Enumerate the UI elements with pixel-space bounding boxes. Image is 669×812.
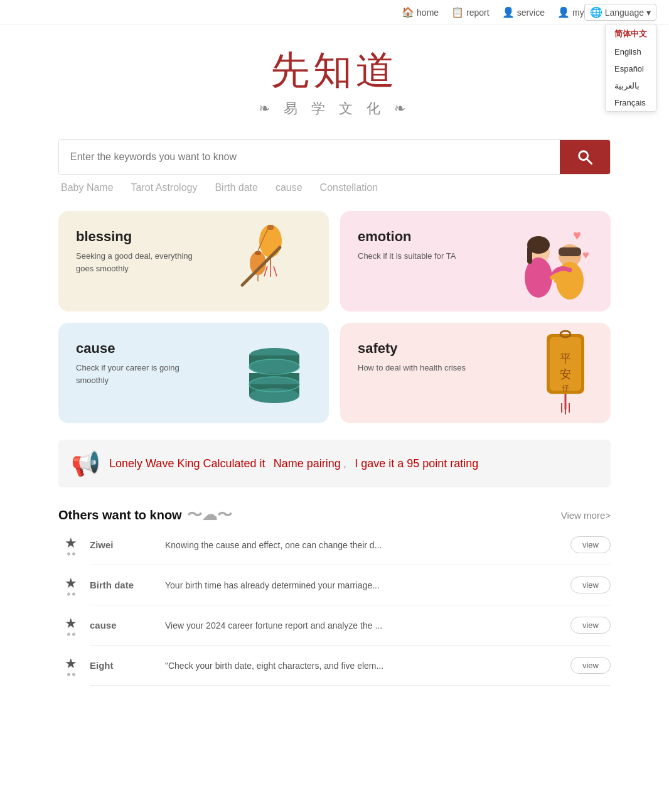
- list-item-cause: ★ cause View your 2024 career fortune re…: [90, 605, 611, 646]
- promo-highlight2: Name pairing: [274, 457, 341, 470]
- view-button-eight[interactable]: view: [570, 657, 611, 674]
- promo-highlight3: I gave it a 95 point rating: [355, 457, 478, 470]
- list-tag-cause: cause: [90, 620, 165, 631]
- nav-bar: 🏠 home 📋 report 👤 service 👤 my 🌐 Languag…: [0, 0, 669, 25]
- keyword-cause[interactable]: cause: [276, 182, 302, 193]
- nav-my[interactable]: 👤 my: [557, 6, 584, 18]
- svg-text:平: 平: [560, 352, 571, 365]
- star-dots-1: [67, 552, 75, 555]
- card-cause[interactable]: cause Check if your career is going smoo…: [58, 323, 329, 423]
- service-icon: 👤: [502, 6, 515, 18]
- star-dots-3: [67, 632, 75, 636]
- svg-line-1: [587, 159, 592, 164]
- promo-banner[interactable]: 📢 Lonely Wave King Calculated it Name pa…: [58, 440, 611, 487]
- keyword-constellation[interactable]: Constellation: [320, 182, 378, 193]
- keyword-list: Baby Name Tarot Astrology Birth date cau…: [58, 182, 611, 193]
- page-header: 先知道 ❧ 易 学 文 化 ❧: [0, 25, 669, 124]
- svg-rect-18: [527, 246, 532, 264]
- star-icon-4: ★: [65, 655, 77, 671]
- card-safety[interactable]: safety How to deal with health crises 平 …: [340, 323, 611, 423]
- nav-service[interactable]: 👤 service: [502, 6, 545, 18]
- lang-option-es[interactable]: Español: [606, 60, 656, 77]
- site-title: 先知道: [0, 44, 669, 97]
- home-icon: 🏠: [402, 6, 414, 18]
- search-bar: [58, 139, 611, 175]
- star-decoration-2: ★: [65, 575, 77, 595]
- list-tag-birthdate: Birth date: [90, 580, 165, 590]
- card-emotion[interactable]: emotion Check if it is suitable for TA ♥…: [340, 211, 611, 311]
- lang-option-en[interactable]: English: [606, 43, 656, 60]
- my-icon: 👤: [557, 6, 570, 18]
- search-button[interactable]: [560, 140, 610, 174]
- promo-text: Lonely Wave King Calculated it Name pair…: [109, 457, 478, 470]
- list-tag-eight: Eight: [90, 660, 165, 671]
- view-button-birthdate[interactable]: view: [570, 577, 611, 593]
- view-button-ziwei[interactable]: view: [570, 536, 611, 553]
- language-label: Language: [605, 8, 644, 18]
- report-icon: 📋: [451, 6, 464, 18]
- svg-text:♥: ♥: [573, 227, 581, 243]
- svg-rect-6: [255, 251, 261, 255]
- star-decoration-3: ★: [65, 615, 77, 636]
- keyword-birth-date[interactable]: Birth date: [215, 182, 257, 193]
- section-header: Others want to know 〜☁〜 View more>: [58, 505, 611, 525]
- keyword-baby-name[interactable]: Baby Name: [61, 182, 114, 193]
- safety-illustration: 平 安 仔: [534, 328, 597, 418]
- star-decoration-4: ★: [65, 655, 77, 676]
- lang-option-ar[interactable]: بالعربية: [606, 77, 656, 94]
- promo-separator: ,: [343, 458, 346, 469]
- list-tag-ziwei: Ziwei: [90, 539, 165, 550]
- list-desc-cause: View your 2024 career fortune report and…: [165, 620, 570, 631]
- promo-icon: 📢: [71, 450, 100, 477]
- svg-line-10: [274, 266, 277, 276]
- lang-option-zh[interactable]: 简体中文: [606, 24, 656, 43]
- language-button[interactable]: 🌐 Language ▾: [584, 4, 656, 21]
- view-more-link[interactable]: View more>: [561, 510, 611, 521]
- star-dots-4: [67, 673, 75, 676]
- star-dots-2: [67, 592, 75, 595]
- keyword-tarot[interactable]: Tarot Astrology: [131, 182, 198, 193]
- card-safety-desc: How to deal with health crises: [358, 362, 483, 374]
- promo-highlight1: Lonely Wave King Calculated it: [109, 457, 265, 470]
- nav-home[interactable]: 🏠 home: [402, 6, 439, 18]
- site-subtitle: ❧ 易 学 文 化 ❧: [0, 99, 669, 118]
- card-blessing-desc: Seeking a good deal, everything goes smo…: [76, 250, 201, 274]
- svg-rect-21: [559, 247, 581, 256]
- list-desc-eight: "Check your birth date, eight characters…: [165, 661, 570, 671]
- cause-illustration: [233, 337, 315, 414]
- language-dropdown: 简体中文 English Español بالعربية Français: [605, 24, 656, 112]
- card-blessing[interactable]: blessing Seeking a good deal, everything…: [58, 211, 329, 311]
- list-item-ziwei: ★ Ziwei Knowing the cause and effect, on…: [90, 525, 611, 565]
- svg-text:仔: 仔: [562, 384, 569, 392]
- search-input[interactable]: [59, 140, 560, 174]
- card-emotion-desc: Check if it is suitable for TA: [358, 250, 483, 263]
- blessing-illustration: [230, 216, 311, 306]
- list-item-eight: ★ Eight "Check your birth date, eight ch…: [90, 646, 611, 686]
- section-title: Others want to know 〜☁〜: [58, 505, 232, 525]
- globe-icon: 🌐: [590, 6, 602, 18]
- svg-point-28: [249, 388, 299, 403]
- chevron-down-icon: ▾: [646, 8, 651, 18]
- list-item-birthdate: ★ Birth date Your birth time has already…: [90, 565, 611, 605]
- star-icon-1: ★: [65, 534, 77, 551]
- nav-report[interactable]: 📋 report: [451, 6, 490, 18]
- star-decoration-1: ★: [65, 534, 77, 555]
- view-button-cause[interactable]: view: [570, 617, 611, 634]
- emotion-illustration: ♥ ♥ ♥: [504, 221, 604, 311]
- nav-report-label: report: [466, 8, 490, 18]
- nav-service-label: service: [517, 8, 545, 18]
- category-cards: blessing Seeking a good deal, everything…: [58, 211, 611, 423]
- svg-text:安: 安: [560, 368, 571, 381]
- star-icon-2: ★: [65, 575, 77, 591]
- star-icon-3: ★: [65, 615, 77, 631]
- svg-text:♥: ♥: [582, 249, 589, 261]
- nav-my-label: my: [572, 8, 584, 18]
- nav-home-label: home: [417, 8, 439, 18]
- lang-option-fr[interactable]: Français: [606, 94, 656, 111]
- cloud-icon: 〜☁〜: [187, 505, 232, 525]
- list-desc-birthdate: Your birth time has already determined y…: [165, 580, 570, 590]
- card-cause-desc: Check if your career is going smoothly: [76, 362, 201, 386]
- list-desc-ziwei: Knowing the cause and effect, one can ch…: [165, 540, 570, 550]
